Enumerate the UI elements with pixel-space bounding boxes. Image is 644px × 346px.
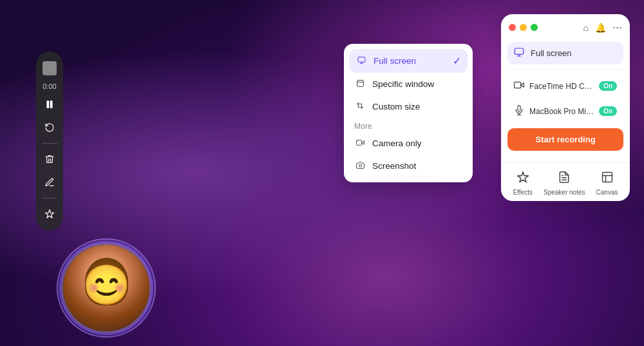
- dropdown-screenshot-label: Screenshot: [372, 161, 416, 171]
- svg-rect-2: [358, 57, 365, 62]
- mic-device-row[interactable]: MacBook Pro Mic... On: [507, 101, 623, 122]
- camera-name: FaceTime HD Ca...: [529, 82, 594, 91]
- dropdown-window-label: Specific window: [372, 79, 434, 89]
- restart-icon: [44, 122, 55, 133]
- video-icon: [514, 80, 524, 92]
- camera-bubble: [61, 243, 151, 333]
- toolbar-divider-2: [42, 198, 57, 198]
- source-selector[interactable]: Full screen: [507, 42, 623, 64]
- camera-icon: [354, 160, 366, 171]
- speaker-notes-label: Speaker notes: [544, 189, 585, 196]
- dropdown-item-custom-size[interactable]: Custom size: [344, 95, 473, 118]
- dropdown-item-specific-window[interactable]: Specific window: [344, 73, 473, 95]
- dropdown-item-camera-only[interactable]: Camera only: [344, 132, 473, 155]
- restart-button[interactable]: [39, 117, 60, 138]
- source-dropdown: Full screen ✓ Specific window Custom siz…: [344, 44, 473, 182]
- svg-rect-0: [47, 101, 49, 108]
- dropdown-item-fullscreen[interactable]: Full screen ✓: [349, 49, 468, 73]
- pause-button[interactable]: [39, 94, 60, 115]
- svg-point-8: [359, 164, 361, 167]
- draw-button[interactable]: [39, 172, 60, 193]
- dropdown-fullscreen-label: Full screen: [374, 56, 416, 66]
- svg-rect-1: [50, 101, 52, 108]
- delete-button[interactable]: [39, 149, 60, 169]
- pause-icon: [44, 99, 55, 110]
- maximize-button[interactable]: [531, 24, 538, 31]
- dropdown-more-label: More: [344, 118, 473, 132]
- dropdown-custom-label: Custom size: [372, 102, 420, 111]
- effects-icon: [516, 171, 529, 187]
- canvas-action[interactable]: Canvas: [591, 168, 623, 198]
- more-icon[interactable]: ···: [612, 21, 622, 34]
- trash-icon: [44, 154, 55, 164]
- start-recording-button[interactable]: Start recording: [507, 128, 623, 151]
- toolbar-divider: [42, 143, 57, 144]
- svg-rect-5: [357, 81, 363, 87]
- crop-icon: [354, 101, 366, 112]
- camera-status-badge: On: [599, 81, 617, 91]
- bell-icon[interactable]: 🔔: [595, 23, 606, 33]
- mic-icon: [514, 105, 524, 117]
- home-icon[interactable]: ⌂: [583, 23, 589, 33]
- panel-bottom-actions: Effects Speaker notes: [501, 162, 630, 201]
- recording-panel: ⌂ 🔔 ··· Full screen: [501, 14, 630, 201]
- svg-rect-17: [602, 173, 612, 182]
- effects-action[interactable]: Effects: [508, 168, 538, 198]
- camera-preview: [63, 245, 149, 331]
- monitor-icon: [355, 55, 367, 66]
- panel-titlebar: ⌂ 🔔 ···: [501, 14, 630, 38]
- video-camera-icon: [354, 138, 366, 149]
- canvas-icon: [601, 171, 614, 187]
- source-label: Full screen: [531, 48, 572, 58]
- monitor-icon-panel: [514, 47, 524, 59]
- sparkle-icon: [44, 209, 55, 219]
- mic-name: MacBook Pro Mic...: [529, 107, 594, 116]
- svg-rect-9: [515, 48, 523, 54]
- recording-timer: 0:00: [43, 81, 56, 91]
- effects-button[interactable]: [39, 204, 60, 224]
- minimize-button[interactable]: [520, 24, 527, 31]
- toolbar: 0:00: [36, 52, 63, 231]
- mic-status-badge: On: [599, 106, 617, 116]
- panel-body: Full screen FaceTime HD Ca... On: [501, 38, 630, 162]
- dropdown-item-screenshot[interactable]: Screenshot: [344, 155, 473, 177]
- pencil-icon: [44, 177, 55, 187]
- effects-label: Effects: [513, 189, 533, 196]
- svg-rect-7: [356, 140, 361, 146]
- stop-button[interactable]: [39, 58, 60, 79]
- check-icon: ✓: [453, 55, 461, 67]
- panel-divider-1: [507, 70, 623, 70]
- close-button[interactable]: [509, 24, 516, 31]
- window-icon: [354, 79, 366, 90]
- dropdown-camera-label: Camera only: [372, 139, 422, 148]
- notes-icon: [558, 171, 571, 187]
- panel-header-icons: ⌂ 🔔 ···: [583, 21, 622, 34]
- svg-rect-12: [515, 82, 521, 88]
- stop-icon: [43, 61, 57, 75]
- speaker-notes-action[interactable]: Speaker notes: [538, 168, 591, 198]
- camera-device-row[interactable]: FaceTime HD Ca... On: [507, 75, 623, 97]
- canvas-label: Canvas: [596, 189, 618, 196]
